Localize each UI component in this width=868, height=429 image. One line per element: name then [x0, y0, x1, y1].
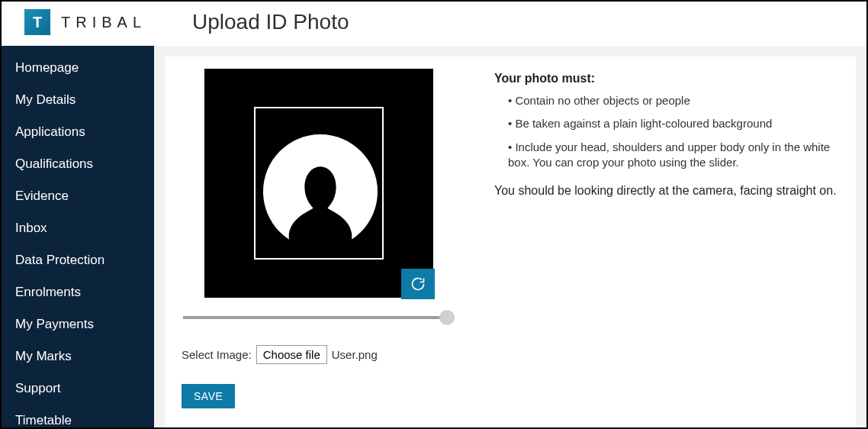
brand-logo: T	[24, 9, 50, 35]
sidebar-item-inbox[interactable]: Inbox	[2, 212, 154, 244]
sidebar-item-applications[interactable]: Applications	[2, 116, 154, 148]
main-content: Select Image: Choose file User.png SAVE …	[154, 46, 866, 429]
header: T TRIBAL Upload ID Photo	[2, 2, 866, 46]
requirement-item: Include your head, shoulders and upper b…	[508, 140, 839, 171]
sidebar-item-support[interactable]: Support	[2, 373, 154, 405]
requirements-heading: Your photo must:	[494, 72, 839, 85]
sidebar-item-evidence[interactable]: Evidence	[2, 180, 154, 212]
crop-slider[interactable]	[183, 316, 455, 319]
sidebar-item-timetable[interactable]: Timetable	[2, 405, 154, 429]
requirements-footnote: You should be looking directly at the ca…	[494, 182, 839, 199]
sidebar-item-my-details[interactable]: My Details	[2, 84, 154, 116]
brand-name: TRIBAL	[61, 14, 146, 31]
slider-thumb[interactable]	[439, 310, 455, 325]
photo-preview[interactable]	[204, 69, 433, 298]
upload-card: Select Image: Choose file User.png SAVE …	[165, 56, 856, 429]
requirement-item: Be taken against a plain light-coloured …	[508, 116, 839, 131]
choose-file-button[interactable]: Choose file	[256, 345, 327, 364]
select-image-label: Select Image:	[182, 348, 252, 361]
rotate-button[interactable]	[401, 269, 435, 299]
crop-box[interactable]	[254, 107, 384, 260]
sidebar-item-enrolments[interactable]: Enrolments	[2, 276, 154, 308]
file-select-row: Select Image: Choose file User.png	[182, 345, 456, 364]
rotate-icon	[410, 276, 426, 292]
sidebar-item-data-protection[interactable]: Data Protection	[2, 244, 154, 276]
sidebar: Homepage My Details Applications Qualifi…	[2, 46, 154, 429]
page-title: Upload ID Photo	[192, 10, 349, 34]
requirements-list: Contain no other objects or people Be ta…	[494, 93, 839, 170]
sidebar-item-qualifications[interactable]: Qualifications	[2, 148, 154, 180]
sidebar-item-my-marks[interactable]: My Marks	[2, 340, 154, 373]
sidebar-item-my-payments[interactable]: My Payments	[2, 308, 154, 340]
requirement-item: Contain no other objects or people	[508, 93, 839, 108]
sidebar-item-homepage[interactable]: Homepage	[2, 52, 154, 84]
selected-filename: User.png	[332, 348, 378, 361]
avatar-silhouette-icon	[263, 134, 378, 249]
save-button[interactable]: SAVE	[182, 384, 235, 408]
